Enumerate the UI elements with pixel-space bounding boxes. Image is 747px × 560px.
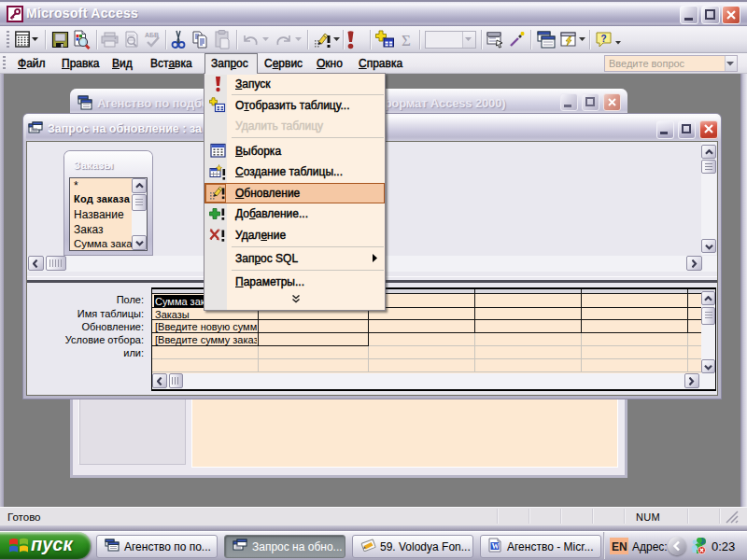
svg-text:Σ: Σ — [402, 32, 411, 49]
svg-text:АБВ: АБВ — [145, 32, 159, 38]
svg-text:?: ? — [601, 34, 607, 44]
svg-text:W: W — [492, 542, 500, 551]
